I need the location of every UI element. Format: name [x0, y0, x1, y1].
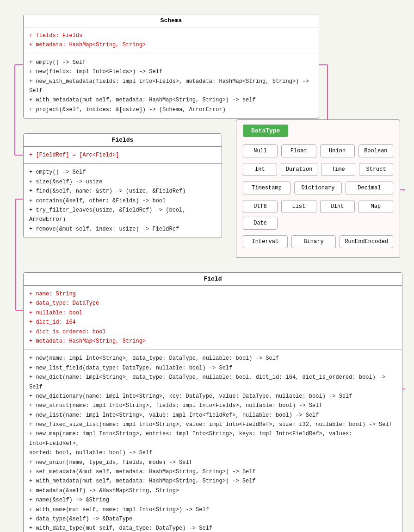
field-method-5: + new_list(name: impl Into<String>, valu… [29, 411, 396, 420]
field-method-4: + new_struct(name: impl Into<String>, fi… [29, 401, 396, 410]
schema-field-0: + fields: Fields [29, 31, 313, 40]
field-field-4: + dict_is_ordered: bool [29, 327, 396, 337]
datatype-row3: Timestamp Dictionary Decimal [236, 179, 400, 197]
dt-float: Float [281, 144, 316, 157]
datatype-row4: Utf8 List UInt Map Date [236, 197, 400, 232]
dt-null: Null [243, 144, 278, 157]
fields-method-0: + empty() -> Self [29, 168, 216, 177]
field-field-5: + metadata: HashMap<String, String> [29, 337, 396, 346]
fields-methods-section: + empty() -> Self + size(&self) -> usize… [24, 164, 222, 238]
field-method-7: + new_map(name: impl Into<String>, entri… [29, 429, 396, 448]
field-method-2: + new_dict(name: impl<String>, data_type… [29, 373, 396, 392]
datatype-title-btn[interactable]: DataType [243, 125, 288, 137]
schema-method-2: + new_with_metadata(fields: impl Into<Fi… [29, 77, 313, 96]
datatype-title-row: DataType [236, 120, 400, 142]
fields-method-4: + try_filter_leaves(usize, &FieldRef) ->… [29, 206, 216, 225]
dt-date: Date [243, 217, 278, 230]
schema-fields-section: + fields: Fields + metadata: HashMap<Str… [24, 27, 319, 54]
fields-fields-section: + [FieldRef] = [Arc<Field>] [24, 147, 222, 164]
fields-field-0: + [FieldRef] = [Arc<Field>] [29, 150, 216, 160]
dt-decimal: Decimal [346, 182, 393, 194]
fields-method-3: + contains(&self, other: &Fields) -> boo… [29, 196, 216, 206]
field-method-3: + new_dictionary(name: impl Into<String>… [29, 392, 396, 401]
schema-field-1: + metadata: HashMap<String, String> [29, 40, 313, 50]
dt-uint: UInt [320, 200, 355, 213]
field-box: Field + name: String + data_type: DataTy… [23, 272, 402, 532]
field-field-0: + name: String [29, 289, 396, 299]
field-method-8: sorted: bool, nullable: bool) -> Self [29, 448, 396, 457]
datatype-row1: Null Float Union Boolean [236, 142, 400, 160]
schema-method-1: + new(fields: impl Into<Fields>) -> Self [29, 67, 313, 76]
field-field-2: + nullable: bool [29, 308, 396, 318]
field-field-1: + data_type: DataType [29, 299, 396, 308]
datatype-row5: Interval Binary RunEndEncoded [236, 232, 400, 251]
schema-method-0: + empty() -> Self [29, 58, 313, 67]
fields-method-1: + size(&self) -> usize [29, 177, 216, 187]
schema-method-3: + with_metadata(mut self, metadata: Hash… [29, 95, 313, 105]
dt-interval: Interval [243, 235, 288, 248]
datatype-row2: Int Duration Time Struct [236, 160, 400, 179]
field-method-11: + with_metadata(mut self, metadata: Hash… [29, 476, 396, 486]
field-method-0: + new(name: impl Into<String>, data_type… [29, 354, 396, 363]
dt-binary: Binary [291, 235, 336, 248]
dt-struct: Struct [359, 163, 393, 176]
field-method-6: + new_fixed_size_list(name: impl Into<St… [29, 420, 396, 429]
field-method-14: + with_name(mut self, name: impl Into<St… [29, 505, 396, 514]
field-field-3: + dict_id: i64 [29, 318, 396, 327]
schema-box: Schema + fields: Fields + metadata: Hash… [23, 14, 319, 119]
fields-method-2: + find(&self, name: &str) -> (usize, &Fi… [29, 187, 216, 196]
fields-box: Fields + [FieldRef] = [Arc<Field>] + emp… [23, 133, 222, 238]
dt-timestamp: Timestamp [243, 182, 290, 194]
fields-method-5: + remove(&mut self, index: usize) -> Fie… [29, 225, 216, 234]
schema-methods-section: + empty() -> Self + new(fields: impl Int… [24, 54, 319, 118]
datatype-box: DataType Null Float Union Boolean Int Du… [236, 119, 400, 258]
dt-map: Map [358, 200, 393, 213]
field-method-13: + name(&self) -> &String [29, 495, 396, 505]
field-method-1: + new_list_field(data_type: DataType, nu… [29, 363, 396, 373]
dt-duration: Duration [281, 163, 318, 176]
dt-list: List [281, 200, 316, 213]
dt-int: Int [243, 163, 277, 176]
fields-title: Fields [24, 134, 222, 147]
dt-runendencoded: RunEndEncoded [340, 235, 393, 248]
field-method-10: + set_metadata(&mut self, metadata: Hash… [29, 467, 396, 476]
field-method-15: + data_type(&self) -> &DataType [29, 514, 396, 524]
dt-dictionary: Dictionary [294, 182, 342, 194]
field-title: Field [24, 273, 402, 286]
field-methods-section: + new(name: impl Into<String>, data_type… [24, 350, 402, 532]
dt-time: Time [321, 163, 355, 176]
dt-boolean: Boolean [358, 144, 393, 157]
field-fields-section: + name: String + data_type: DataType + n… [24, 286, 402, 350]
schema-title: Schema [24, 14, 319, 27]
field-method-9: + new_union(name, type_ids, fields, mode… [29, 458, 396, 467]
dt-union: Union [320, 144, 355, 157]
schema-method-4: + project(&self, indices: &[usize]) -> (… [29, 105, 313, 114]
dt-utf8: Utf8 [243, 200, 278, 213]
field-method-12: + metadata(&self) -> &HashMap<String, St… [29, 486, 396, 495]
field-method-16: + with_data_type(mut self, data_type: Da… [29, 524, 396, 532]
